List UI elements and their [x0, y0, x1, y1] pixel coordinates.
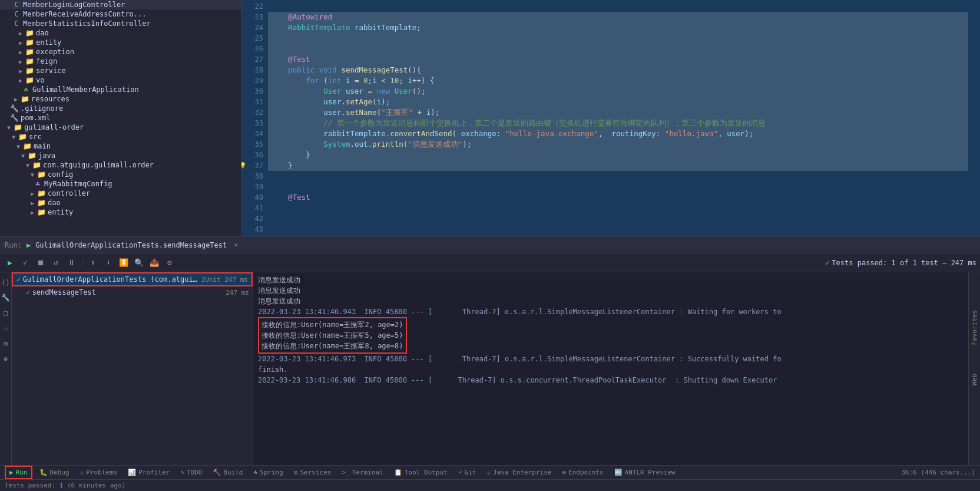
test-suite-item[interactable]: ✓ GulimallOrderApplicationTests (com.atg…: [12, 272, 253, 286]
code-line-empty4: [268, 182, 968, 192]
project-sidebar[interactable]: C MemberLoginLogController C MemberRecei…: [0, 0, 241, 236]
folder-icon: 📁: [20, 95, 29, 103]
tree-item-myrabbitmqconfig[interactable]: ☘ MyRabbitmqConfig: [0, 179, 241, 189]
folder-icon: 📁: [25, 67, 34, 75]
code-line-setage: user.setAge(i);: [268, 97, 968, 107]
run-up-button[interactable]: ⬆: [87, 256, 100, 269]
run-play-button[interactable]: ▶: [4, 256, 16, 269]
tree-item-pom[interactable]: 🔧 pom.xml: [0, 113, 241, 123]
services-label: Services: [300, 469, 331, 476]
run-search-button[interactable]: 🔍: [133, 256, 145, 269]
run-down-button[interactable]: ⬇: [102, 256, 115, 269]
test-method-name: sendMessageTest: [32, 288, 224, 296]
code-editor[interactable]: 22 23 24 ● 25 26 27 ● 28 29 30 31 32 33 …: [241, 0, 980, 236]
terminal-button[interactable]: >_ Terminal: [338, 466, 386, 479]
java-enterprise-label: Java Enterprise: [493, 469, 551, 476]
tree-item-gulimallmember[interactable]: ☘ GulimallMemberApplication: [0, 85, 241, 94]
tree-item-entity[interactable]: ▶ 📁 entity: [0, 38, 241, 47]
run-output[interactable]: 消息发送成功 消息发送成功 消息发送成功 2022-03-23 13:41:46…: [253, 272, 968, 465]
web-label[interactable]: Web: [969, 371, 979, 388]
terminal-label: Terminal: [352, 469, 383, 476]
code-line-closebrace2: }: [268, 160, 968, 171]
run-filter-button[interactable]: ⏬: [117, 256, 130, 269]
toolbar-separator1: [82, 258, 82, 268]
code-lines[interactable]: @Autowired RabbitTemplate rabbitTemplate…: [268, 0, 968, 236]
tree-item-main[interactable]: ▼ 📁 main: [0, 141, 241, 151]
run-check-button[interactable]: ✓: [19, 256, 32, 269]
run-export-button[interactable]: 📤: [148, 256, 161, 269]
tree-item-java[interactable]: ▼ 📁 java: [0, 151, 241, 160]
tree-item-gitignore[interactable]: 🔧 .gitignore: [0, 104, 241, 113]
side-icon-link[interactable]: ⊕: [1, 354, 11, 364]
side-icon-star[interactable]: ☆: [1, 323, 11, 334]
folder-icon: 📁: [37, 170, 46, 179]
services-icon: ⚙: [294, 469, 298, 476]
build-button[interactable]: 🔨 Build: [209, 466, 246, 479]
run-tab-close[interactable]: ✕: [234, 241, 238, 249]
folder-icon: 📁: [25, 38, 34, 47]
run-settings-button[interactable]: ⚙: [163, 256, 176, 269]
tree-item-entity2[interactable]: ▶ 📁 entity: [0, 207, 241, 217]
tree-item-com-atguigu[interactable]: ▼ 📁 com.atguigu.gulimall.order: [0, 160, 241, 170]
class-icon: C: [12, 10, 21, 18]
run-tab-name[interactable]: GulimallOrderApplicationTests.sendMessag…: [35, 241, 227, 249]
run-status-button[interactable]: ▶ Run: [5, 466, 32, 479]
tree-item-memberreceive[interactable]: C MemberReceiveAddressContro...: [0, 9, 241, 19]
tool-output-label: Tool Output: [405, 469, 448, 476]
tree-item-dao2[interactable]: ▶ 📁 dao: [0, 198, 241, 207]
tree-item-feign[interactable]: ▶ 📁 feign: [0, 57, 241, 66]
received-line-3: 接收的信息:User(name=王振军8, age=8): [261, 341, 403, 351]
tree-item-vo[interactable]: ▶ 📁 vo: [0, 75, 241, 85]
test-tree[interactable]: ✓ GulimallOrderApplicationTests (com.atg…: [12, 272, 253, 465]
run-pause-button[interactable]: ⏸: [65, 256, 78, 269]
run-stop-button[interactable]: ⏹: [34, 256, 47, 269]
tree-label: MemberStatisticsInfoController: [23, 19, 151, 28]
play-icon: ▶: [9, 469, 14, 476]
git-button[interactable]: ⑂ Git: [455, 466, 480, 479]
side-icon-wrench[interactable]: 🔧: [1, 292, 11, 303]
favorites-label[interactable]: Favorites: [969, 308, 979, 348]
top-area: C MemberLoginLogController C MemberRecei…: [0, 0, 980, 236]
tree-item-gulimallorder[interactable]: ▼ 📁 gulimall-order: [0, 123, 241, 132]
code-line-comment: // 第一个参数为发送消息到那个交换机上，第二个是发送的路由键（交换机进行需要符…: [268, 118, 968, 128]
endpoints-button[interactable]: ⊕ Endpoints: [558, 466, 607, 479]
side-icon-grid[interactable]: ⊞: [1, 338, 11, 349]
folder-icon: 📁: [13, 123, 22, 131]
tree-item-controller[interactable]: ▶ 📁 controller: [0, 189, 241, 198]
status-right: 36:6 (446 chars...): [901, 469, 975, 476]
java-enterprise-button[interactable]: ☕ Java Enterprise: [483, 466, 555, 479]
tree-label: main: [34, 142, 51, 150]
test-method-check-icon: ✓: [26, 289, 30, 296]
problems-button[interactable]: ⚠ Problems: [77, 466, 121, 479]
todo-button[interactable]: ✎ TODO: [177, 466, 206, 479]
tree-item-dao[interactable]: ▶ 📁 dao: [0, 28, 241, 38]
check-icon: ✓: [825, 259, 829, 267]
side-icon-square[interactable]: □: [1, 308, 11, 318]
tree-item-resources[interactable]: ▶ 📁 resources: [0, 94, 241, 104]
debug-button[interactable]: 🐛 Debug: [36, 466, 73, 479]
antlr-button[interactable]: 🔤 ANTLR Preview: [611, 466, 679, 479]
run-rerun-button[interactable]: ↺: [49, 256, 62, 269]
collapse-icon: ▶: [16, 68, 25, 74]
tree-item-exception[interactable]: ▶ 📁 exception: [0, 47, 241, 57]
tree-label: feign: [36, 57, 57, 65]
tool-output-button[interactable]: 📋 Tool Output: [390, 466, 451, 479]
code-line-empty1: [268, 33, 968, 44]
tree-item-service[interactable]: ▶ 📁 service: [0, 66, 241, 75]
tree-item-memberloginlog[interactable]: C MemberLoginLogController: [0, 0, 241, 9]
tree-item-config[interactable]: ▼ 📁 config: [0, 170, 241, 179]
collapse-icon: ▶: [28, 200, 37, 206]
tree-label: java: [38, 151, 55, 160]
tree-item-src[interactable]: ▼ 📁 src: [0, 132, 241, 141]
position-label: 36:6 (446 chars...): [901, 469, 975, 476]
code-line-for: for (int i = 0;i < 10; i++) {: [268, 75, 968, 86]
profiler-label: Profiler: [138, 469, 170, 476]
test-method-item[interactable]: ✓ sendMessageTest 247 ms: [12, 286, 253, 298]
class-icon: C: [12, 1, 21, 9]
spring-button[interactable]: ☘ Spring: [250, 466, 286, 479]
profiler-button[interactable]: 📊 Profiler: [124, 466, 173, 479]
tree-item-memberstatistics[interactable]: C MemberStatisticsInfoController: [0, 19, 241, 28]
side-icon-structure[interactable]: ⟨⟩: [1, 277, 11, 288]
collapse-icon: ▶: [12, 96, 20, 103]
services-button[interactable]: ⚙ Services: [290, 466, 335, 479]
